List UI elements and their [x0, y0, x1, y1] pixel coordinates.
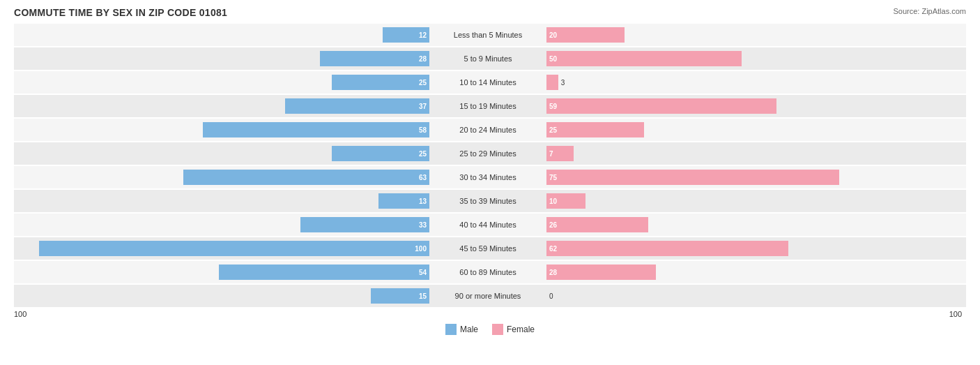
chart-row: 285 to 9 Minutes50 — [14, 47, 966, 70]
legend-male-label: Male — [460, 325, 478, 334]
legend-male: Male — [445, 324, 478, 335]
male-bar: 15 — [371, 288, 429, 304]
row-label: 10 to 14 Minutes — [432, 78, 544, 87]
chart-row: 2510 to 14 Minutes3 — [14, 71, 966, 94]
left-bar-area: 54 — [14, 261, 432, 283]
right-bar-area: 0 — [544, 285, 962, 307]
female-bar: 28 — [546, 265, 656, 280]
legend-female-box — [492, 324, 503, 335]
right-bar-area: 75 — [544, 166, 962, 188]
female-value-label: 75 — [549, 174, 557, 181]
left-bar-area: 25 — [14, 71, 432, 94]
chart-row: 3340 to 44 Minutes26 — [14, 214, 966, 236]
row-label: 15 to 19 Minutes — [432, 102, 544, 110]
left-bar-area: 37 — [14, 95, 432, 117]
male-bar: 37 — [285, 98, 429, 114]
right-bar-area: 28 — [544, 261, 962, 283]
male-value-label: 58 — [419, 126, 427, 134]
female-value-label: 25 — [549, 126, 557, 134]
male-value-label: 63 — [419, 174, 427, 181]
axis-right-label: 100 — [544, 310, 962, 318]
male-value-label: 12 — [419, 31, 427, 39]
left-bar-area: 12 — [14, 24, 432, 46]
chart-header: COMMUTE TIME BY SEX IN ZIP CODE 01081 So… — [14, 7, 966, 18]
left-bar-area: 25 — [14, 142, 432, 165]
female-bar: 20 — [546, 27, 625, 43]
female-value-label: 59 — [549, 103, 557, 110]
female-bar: 10 — [546, 193, 585, 209]
legend-female-label: Female — [507, 325, 535, 334]
row-label: 20 to 24 Minutes — [432, 126, 544, 134]
right-bar-area: 59 — [544, 95, 962, 117]
chart-row: 5820 to 24 Minutes25 — [14, 119, 966, 141]
chart-legend: Male Female — [14, 324, 966, 335]
male-value-label: 100 — [415, 245, 427, 253]
chart-row: 5460 to 89 Minutes28 — [14, 261, 966, 283]
left-bar-area: 33 — [14, 214, 432, 236]
chart-row: 3715 to 19 Minutes59 — [14, 95, 966, 117]
left-bar-area: 28 — [14, 47, 432, 70]
right-bar-area: 26 — [544, 214, 962, 236]
row-label: 60 to 89 Minutes — [432, 268, 544, 276]
row-label: 40 to 44 Minutes — [432, 221, 544, 229]
female-value-label: 50 — [549, 55, 557, 63]
chart-row: 1335 to 39 Minutes10 — [14, 190, 966, 212]
right-bar-area: 20 — [544, 24, 962, 46]
female-value-label: 26 — [549, 221, 557, 229]
chart-row: 2525 to 29 Minutes7 — [14, 142, 966, 165]
axis-labels: 100 100 — [14, 308, 966, 320]
male-bar: 100 — [39, 241, 429, 256]
left-bar-area: 13 — [14, 190, 432, 212]
right-bar-area: 62 — [544, 237, 962, 260]
chart-row: 6330 to 34 Minutes75 — [14, 166, 966, 188]
male-bar: 54 — [219, 265, 429, 280]
row-label: 90 or more Minutes — [432, 292, 544, 300]
right-bar-area: 25 — [544, 119, 962, 141]
row-label: 45 to 59 Minutes — [432, 244, 544, 253]
male-value-label: 33 — [419, 221, 427, 229]
female-bar: 75 — [546, 170, 839, 185]
male-value-label: 15 — [419, 292, 427, 300]
female-value-label: 3 — [561, 79, 565, 87]
male-bar: 63 — [183, 170, 429, 185]
male-bar: 33 — [300, 217, 429, 232]
axis-left-label: 100 — [14, 310, 432, 318]
male-bar: 13 — [378, 193, 429, 209]
left-bar-area: 58 — [14, 119, 432, 141]
male-bar: 25 — [332, 75, 429, 90]
female-bar: 59 — [546, 98, 776, 114]
male-value-label: 54 — [419, 269, 427, 276]
male-value-label: 13 — [419, 198, 427, 205]
male-value-label: 37 — [419, 103, 427, 110]
male-value-label: 25 — [419, 150, 427, 158]
female-bar — [546, 75, 558, 90]
female-bar: 26 — [546, 217, 648, 232]
right-bar-area: 3 — [544, 71, 962, 94]
female-value-label: 28 — [549, 269, 557, 276]
row-label: 5 to 9 Minutes — [432, 54, 544, 63]
chart-row: 12Less than 5 Minutes20 — [14, 24, 966, 46]
row-label: Less than 5 Minutes — [432, 31, 544, 39]
chart-container: 12Less than 5 Minutes20285 to 9 Minutes5… — [14, 24, 966, 307]
female-bar: 50 — [546, 51, 742, 66]
right-bar-area: 7 — [544, 142, 962, 165]
male-value-label: 25 — [419, 79, 427, 87]
female-bar: 62 — [546, 241, 788, 256]
left-bar-area: 15 — [14, 285, 432, 307]
chart-title: COMMUTE TIME BY SEX IN ZIP CODE 01081 — [14, 7, 227, 18]
left-bar-area: 100 — [14, 237, 432, 260]
male-bar: 12 — [383, 27, 429, 43]
female-value-label: 7 — [549, 150, 553, 158]
male-bar: 28 — [320, 51, 429, 66]
row-label: 30 to 34 Minutes — [432, 173, 544, 181]
left-bar-area: 63 — [14, 166, 432, 188]
legend-female: Female — [492, 324, 535, 335]
female-value-label: 0 — [549, 292, 553, 300]
right-bar-area: 50 — [544, 47, 962, 70]
female-value-label: 10 — [549, 198, 557, 205]
chart-row: 1590 or more Minutes0 — [14, 285, 966, 307]
row-label: 25 to 29 Minutes — [432, 149, 544, 158]
male-value-label: 28 — [419, 55, 427, 63]
male-bar: 58 — [203, 122, 429, 137]
female-value-label: 62 — [549, 245, 557, 253]
